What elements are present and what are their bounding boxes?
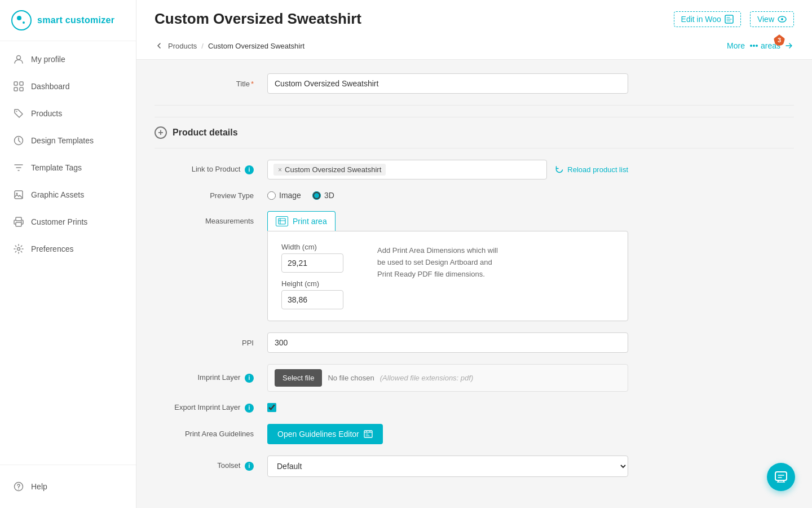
print-area-tab[interactable]: Print area [267,211,336,231]
sidebar-item-preferences-label: Preferences [31,244,73,253]
preview-3d-label: 3D [324,191,334,200]
export-imprint-info-icon[interactable]: i [245,404,254,413]
width-input[interactable] [281,253,343,273]
sidebar-item-design-templates[interactable]: Design Templates [0,127,136,154]
preview-3d-radio[interactable] [312,191,321,200]
header-actions: Edit in Woo View [674,11,794,27]
breadcrumb-back-icon[interactable] [155,41,164,50]
sidebar-item-customer-prints[interactable]: Customer Prints [0,208,136,235]
svg-rect-24 [279,218,285,224]
more-areas-icon [748,40,760,51]
svg-rect-7 [20,87,23,91]
sidebar-item-help[interactable]: Help [11,473,125,500]
svg-point-17 [18,489,19,490]
measurements-label: Measurements [155,211,267,225]
open-guidelines-button[interactable]: Open Guidelines Editor [267,424,383,444]
toolset-label: Toolset i [155,461,267,471]
sidebar-item-dashboard[interactable]: Dashboard [0,73,136,100]
arrow-right-icon [784,41,794,51]
title-input[interactable] [267,73,628,94]
ppi-input[interactable] [267,332,628,353]
logo-icon [11,10,32,30]
no-file-text: No file chosen [328,374,374,382]
edit-in-woo-button[interactable]: Edit in Woo [674,11,741,27]
imprint-layer-field: Select file No file chosen (Allowed file… [267,364,628,392]
guidelines-label: Print Area Guidelines [155,430,267,438]
guidelines-row: Print Area Guidelines Open Guidelines Ed… [155,424,794,444]
view-button[interactable]: View [750,11,794,27]
preview-image-option[interactable]: Image [267,191,301,200]
dashboard-icon [13,81,24,92]
sidebar-item-design-templates-label: Design Templates [31,136,94,145]
ppi-label: PPI [155,339,267,347]
chat-fab-button[interactable] [767,463,795,491]
tag-icon [13,108,24,119]
logo-text: smart customizer [37,15,114,25]
toolset-info-icon[interactable]: i [245,462,254,471]
reload-product-list-button[interactable]: Reload product list [555,165,628,174]
svg-point-14 [21,221,22,222]
design-icon [13,135,24,146]
chat-icon [774,470,788,484]
sidebar-item-my-profile[interactable]: My profile [0,46,136,73]
preview-3d-option[interactable]: 3D [312,191,334,200]
edit-in-woo-label: Edit in Woo [681,15,721,24]
sidebar-footer-help-label: Help [31,482,47,491]
svg-point-11 [16,193,18,195]
print-area-tab-label: Print area [293,217,327,226]
breadcrumb-current: Custom Oversized Sweatshirt [208,42,304,50]
more-areas-button[interactable]: 3 More areas [727,40,794,51]
preview-image-radio[interactable] [267,191,276,200]
sidebar-footer: Help [0,465,136,508]
link-product-info-icon[interactable]: i [245,165,254,174]
svg-rect-12 [16,217,21,221]
height-label: Height (cm) [281,279,343,288]
link-product-label: Link to Product i [155,165,267,174]
sidebar-item-my-profile-label: My profile [31,55,65,64]
page-title: Custom Oversized Sweatshirt [155,10,361,28]
sidebar-item-customer-prints-label: Customer Prints [31,217,87,226]
select-file-button[interactable]: Select file [275,369,322,387]
svg-point-20 [781,18,783,20]
title-label: Title [155,80,267,88]
imprint-layer-row: Imprint Layer i Select file No file chos… [155,364,794,392]
woo-icon [725,15,734,24]
toolset-select[interactable]: Default Advanced Basic [267,456,628,477]
svg-point-0 [12,11,31,30]
link-product-row: Link to Product i × Custom Oversized Swe… [155,160,794,179]
guidelines-icon [364,430,373,438]
settings-icon [13,243,24,255]
filter-icon [13,162,24,173]
allowed-ext-text: (Allowed file extensions: pdf) [380,374,473,382]
svg-rect-6 [14,87,17,91]
measurements-wrap: Print area Width (cm) Height (cm) Add Pr [267,211,628,321]
export-imprint-checkbox[interactable] [267,403,276,412]
main-content: Custom Oversized Sweatshirt Edit in Woo … [136,0,812,508]
svg-point-2 [23,21,25,24]
svg-point-8 [16,111,17,112]
height-input[interactable] [281,290,343,309]
svg-point-1 [17,16,21,20]
preview-type-row: Preview Type Image 3D [155,191,794,200]
section-header: + Product details [155,117,794,148]
sidebar: smart customizer My profile Dashboard Pr… [0,0,136,508]
breadcrumb-products-link[interactable]: Products [168,42,197,50]
product-tag-x[interactable]: × [278,166,282,174]
sidebar-item-template-tags[interactable]: Template Tags [0,154,136,181]
svg-point-15 [17,248,20,251]
form-divider-1 [155,105,794,106]
sidebar-item-preferences[interactable]: Preferences [0,235,136,262]
svg-point-23 [756,45,758,47]
sidebar-item-products[interactable]: Products [0,100,136,127]
imprint-layer-info-icon[interactable]: i [245,374,254,383]
svg-point-22 [753,45,755,47]
imprint-layer-label: Imprint Layer i [155,373,267,383]
sidebar-item-graphic-assets[interactable]: Graphic Assets [0,181,136,208]
user-icon [13,54,24,65]
preview-type-group: Image 3D [267,191,334,200]
main-header: Custom Oversized Sweatshirt Edit in Woo … [136,0,812,60]
help-icon [13,481,24,492]
link-product-input[interactable]: × Custom Oversized Sweatshirt [267,160,547,179]
sidebar-item-graphic-assets-label: Graphic Assets [31,190,84,199]
header-top: Custom Oversized Sweatshirt Edit in Woo … [155,10,794,28]
